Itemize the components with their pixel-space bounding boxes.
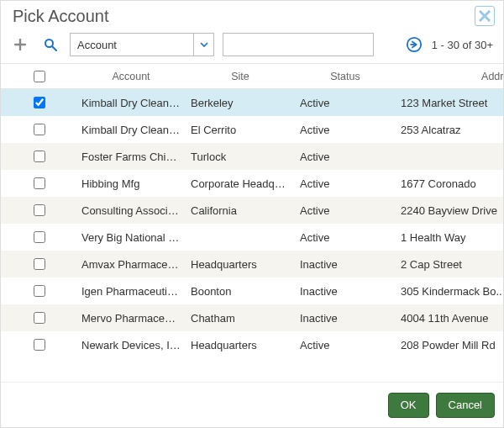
cell-account: Kimball Dry Cleaners: [76, 97, 186, 109]
row-checkbox-cell: [1, 336, 76, 353]
cell-site: Headquarters: [186, 339, 295, 351]
cell-status: Active: [295, 124, 396, 136]
cell-status: Inactive: [295, 258, 396, 271]
row-checkbox-cell: [1, 202, 76, 219]
field-selector-dropdown[interactable]: [193, 34, 213, 55]
go-button[interactable]: [405, 35, 423, 54]
cell-account: Mervo Pharmaceuti...: [76, 312, 186, 325]
cell-address: 253 Alcatraz: [396, 124, 503, 136]
cell-status: Inactive: [295, 285, 396, 298]
row-checkbox[interactable]: [34, 97, 45, 108]
horizontal-scrollbar[interactable]: [1, 367, 503, 382]
close-icon: [479, 10, 491, 22]
footer: OK Cancel: [1, 382, 503, 427]
cell-account: Kimball Dry Cleaners: [76, 124, 186, 136]
column-header-address[interactable]: Address: [396, 71, 503, 82]
cell-status: Active: [295, 151, 396, 163]
table-row[interactable]: Igen Pharmaceutic...BoontonInactive305 K…: [1, 277, 503, 304]
filter-text-input[interactable]: [223, 33, 374, 56]
cell-address: 2240 Bayview Drive: [396, 204, 503, 217]
field-selector-input[interactable]: [71, 34, 193, 55]
cell-site: Chatham: [186, 312, 295, 325]
cell-address: 4004 11th Avenue: [396, 312, 503, 325]
cell-account: Very Big National H...: [76, 231, 186, 244]
row-checkbox[interactable]: [34, 258, 45, 270]
close-button[interactable]: [475, 6, 495, 26]
chevron-down-icon: [200, 40, 208, 49]
cell-account: Consulting Associa...: [76, 204, 186, 217]
cell-status: Active: [295, 177, 396, 190]
row-checkbox[interactable]: [34, 285, 45, 297]
cell-site: California: [186, 204, 295, 217]
column-header-site[interactable]: Site: [186, 71, 295, 82]
cell-site: Headquarters: [186, 258, 295, 271]
column-header-account[interactable]: Account: [76, 71, 186, 82]
search-button[interactable]: [39, 34, 61, 55]
cancel-button[interactable]: Cancel: [436, 393, 495, 418]
row-checkbox-cell: [1, 175, 76, 192]
cell-account: Newark Devices, Inc.: [76, 339, 186, 351]
table-row[interactable]: Mervo Pharmaceuti...ChathamInactive4004 …: [1, 304, 503, 331]
cell-address: 1677 Coronado: [396, 177, 503, 190]
row-checkbox[interactable]: [34, 312, 45, 324]
toolbar: 1 - 30 of 30+: [1, 28, 503, 64]
cell-status: Active: [295, 97, 396, 109]
cell-status: Active: [295, 204, 396, 217]
row-checkbox[interactable]: [34, 339, 45, 351]
cell-account: Hibbing Mfg: [76, 177, 186, 190]
cell-status: Active: [295, 339, 396, 351]
row-checkbox-cell: [1, 121, 76, 138]
table-row[interactable]: Kimball Dry CleanersBerkeleyActive123 Ma…: [1, 89, 503, 116]
column-header-status[interactable]: Status: [295, 71, 396, 82]
grid-body: Kimball Dry CleanersBerkeleyActive123 Ma…: [1, 89, 503, 367]
table-row[interactable]: Hibbing MfgCorporate Headqua...Active167…: [1, 170, 503, 197]
select-all-checkbox[interactable]: [34, 71, 45, 82]
row-checkbox[interactable]: [34, 124, 45, 135]
field-selector: [70, 33, 214, 56]
cell-site: Boonton: [186, 285, 295, 298]
cell-address: 123 Market Street: [396, 97, 503, 109]
row-checkbox-cell: [1, 94, 76, 111]
plus-icon: [14, 39, 26, 50]
dialog-title: Pick Account: [13, 7, 109, 26]
cell-site: Corporate Headqua...: [186, 177, 295, 190]
cell-status: Active: [295, 231, 396, 244]
table-row[interactable]: Amvax Pharmaceut...HeadquartersInactive2…: [1, 251, 503, 277]
cell-address: 305 Kindermack Bo...: [396, 285, 503, 298]
table-row[interactable]: Very Big National H...Active1 Health Way: [1, 224, 503, 251]
row-checkbox-cell: [1, 229, 76, 246]
grid: Account Site Status Address Kimball Dry …: [1, 64, 503, 382]
table-row[interactable]: Foster Farms Chick...TurlockActive: [1, 143, 503, 170]
row-checkbox[interactable]: [34, 204, 45, 216]
pagination-info: 1 - 30 of 30+: [432, 39, 495, 51]
row-checkbox-cell: [1, 256, 76, 272]
row-checkbox[interactable]: [34, 151, 45, 162]
cell-account: Foster Farms Chick...: [76, 151, 186, 163]
titlebar: Pick Account: [1, 1, 503, 28]
cell-status: Inactive: [295, 312, 396, 325]
row-checkbox[interactable]: [34, 177, 45, 189]
cell-account: Igen Pharmaceutic...: [76, 285, 186, 298]
grid-header: Account Site Status Address: [1, 64, 503, 89]
arrow-right-circle-icon: [406, 36, 423, 53]
table-row[interactable]: Kimball Dry CleanersEl CerritoActive253 …: [1, 116, 503, 143]
search-icon: [44, 38, 57, 51]
cell-address: 2 Cap Street: [396, 258, 503, 271]
add-button[interactable]: [9, 34, 31, 55]
svg-point-0: [45, 40, 53, 47]
cell-address: 1 Health Way: [396, 231, 503, 244]
cell-site: Turlock: [186, 151, 295, 163]
row-checkbox[interactable]: [34, 231, 45, 243]
row-checkbox-cell: [1, 148, 76, 165]
pick-account-dialog: Pick Account 1 - 30 of 30+: [0, 0, 504, 428]
column-header-checkbox: [1, 68, 76, 85]
row-checkbox-cell: [1, 309, 76, 326]
table-row[interactable]: Consulting Associa...CaliforniaActive224…: [1, 197, 503, 224]
table-row[interactable]: Newark Devices, Inc.HeadquartersActive20…: [1, 331, 503, 358]
cell-site: El Cerrito: [186, 124, 295, 136]
row-checkbox-cell: [1, 283, 76, 299]
cell-address: 208 Powder Mill Rd: [396, 339, 503, 351]
cell-account: Amvax Pharmaceut...: [76, 258, 186, 271]
ok-button[interactable]: OK: [388, 393, 429, 418]
cell-site: Berkeley: [186, 97, 295, 109]
